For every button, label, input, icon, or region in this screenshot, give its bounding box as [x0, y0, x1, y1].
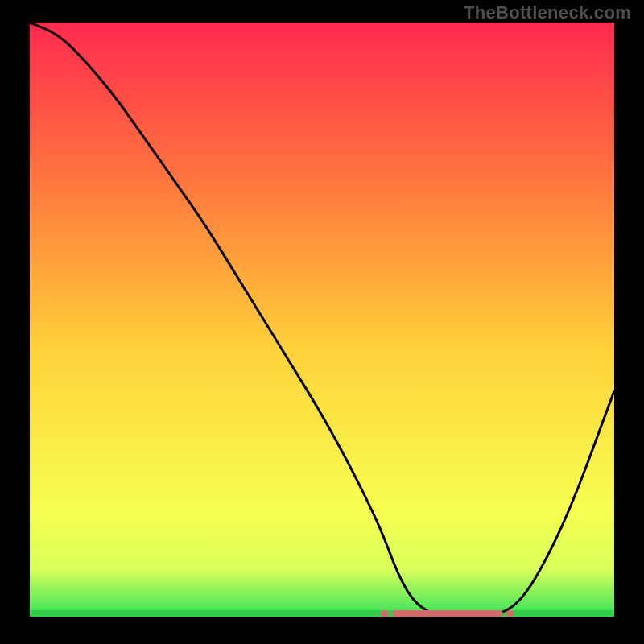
watermark-text: TheBottleneck.com	[464, 2, 631, 23]
highlight-segment-right	[506, 610, 514, 617]
highlight-segment-main	[392, 610, 503, 617]
chart-frame: TheBottleneck.com	[0, 0, 644, 644]
highlight-segment-left	[381, 610, 389, 617]
bottleneck-curve-svg	[30, 23, 614, 617]
bottleneck-curve-path	[30, 23, 614, 617]
plot-area	[30, 23, 614, 617]
